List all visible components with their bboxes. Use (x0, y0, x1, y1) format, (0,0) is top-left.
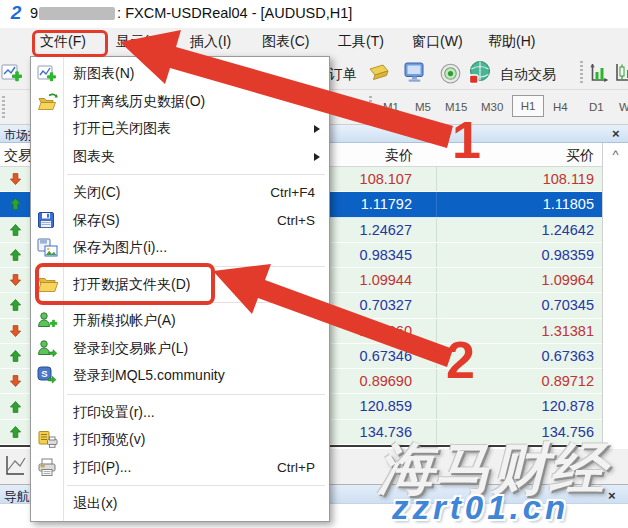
menu-item-shortcut: Ctrl+S (277, 207, 315, 235)
menu-item-label: 关闭(C) (73, 184, 120, 200)
menu-tools[interactable]: 工具(T) (338, 33, 384, 51)
submenu-arrow-icon (314, 125, 320, 133)
menu-insert[interactable]: 插入(I) (190, 33, 231, 51)
menu-item-label: 保存(S) (73, 212, 120, 228)
buy-price: 0.70345 (437, 293, 602, 317)
file-menu-item-login-mql5[interactable]: S登录到MQL5.community (31, 362, 329, 390)
buy-price: 0.98359 (437, 243, 602, 267)
symbols-tab-icon[interactable] (3, 452, 27, 484)
menu-item-shortcut: Ctrl+P (277, 454, 315, 482)
new-chart-icon (37, 64, 61, 84)
trend-up-icon (0, 243, 30, 267)
menu-separator (31, 481, 329, 490)
account-prefix: 9 (30, 5, 38, 21)
file-menu-item-new-chart[interactable]: 新图表(N) (31, 60, 329, 88)
open-offline-icon (37, 92, 61, 112)
annotation-label-1: 1 (452, 114, 481, 166)
menu-item-label: 打印(P)... (73, 459, 131, 475)
trend-down-icon (0, 319, 30, 343)
print-preview-icon (37, 430, 61, 450)
trend-up-icon (0, 344, 30, 368)
annotation-box-open-data-folder (35, 263, 215, 305)
trend-up-icon (0, 420, 30, 444)
note-icon[interactable] (366, 61, 392, 89)
trend-down-icon (0, 167, 30, 191)
file-menu-item-profiles[interactable]: 图表夹 (31, 143, 329, 171)
file-menu-item-login-trade-account[interactable]: 登录到交易账户(L) (31, 335, 329, 363)
mql5-icon: S (37, 366, 61, 386)
menu-separator (31, 170, 329, 179)
file-menu-item-close[interactable]: 关闭(C)Ctrl+F4 (31, 179, 329, 207)
buy-price: 108.119 (437, 167, 602, 191)
toolbar-grip[interactable] (2, 96, 5, 120)
print-icon (37, 458, 61, 478)
trend-down-icon (0, 369, 30, 393)
file-menu-item-print-setup[interactable]: 打印设置(r)... (31, 399, 329, 427)
watermark-url: zzrt01.cn (392, 489, 569, 527)
account-new-icon (37, 311, 61, 331)
toolbar-grip[interactable] (580, 61, 583, 85)
window-title-text: : FXCM-USDReal04 - [AUDUSD,H1] (117, 5, 352, 21)
menu-item-label: 打印设置(r)... (73, 404, 155, 420)
chevron-down-icon[interactable] (344, 104, 354, 110)
annotation-label-2: 2 (446, 334, 475, 386)
file-menu-item-save-as-picture[interactable]: 保存为图片(i)... (31, 234, 329, 262)
menu-charts[interactable]: 图表(C) (262, 33, 309, 51)
file-menu-item-open-closed-chart[interactable]: 打开已关闭图表 (31, 115, 329, 143)
autotrade-button[interactable]: 自动交易 (500, 66, 556, 84)
menu-item-label: 登录到MQL5.community (73, 367, 225, 383)
menu-item-label: 打开已关闭图表 (73, 120, 171, 136)
menu-view[interactable]: 显示(V) (116, 33, 163, 51)
new-order-button[interactable]: 订单 (329, 66, 357, 84)
close-icon[interactable]: × (608, 489, 616, 502)
timeframe-m30[interactable]: M30 (481, 101, 503, 113)
file-menu-item-save[interactable]: 保存(S)Ctrl+S (31, 207, 329, 235)
timeframe-m1[interactable]: M1 (383, 101, 399, 113)
timeframe-h1[interactable]: H1 (512, 95, 544, 117)
menu-item-label: 图表夹 (73, 148, 115, 164)
menu-item-label: 退出(x) (73, 495, 117, 511)
new-chart-toolbar-icon[interactable] (1, 62, 23, 88)
timeframe-w1[interactable]: W1 (619, 101, 628, 113)
file-menu-dropdown: 新图表(N)打开离线历史数据(O)打开已关闭图表图表夹关闭(C)Ctrl+F4保… (30, 56, 330, 522)
menu-item-label: 新图表(N) (73, 65, 134, 81)
file-menu-item-open-demo-account[interactable]: 开新模拟帐户(A) (31, 307, 329, 335)
timeframe-h4[interactable]: H4 (553, 101, 568, 113)
file-menu-item-exit[interactable]: 退出(x) (31, 490, 329, 518)
file-menu-item-print[interactable]: 打印(P)...Ctrl+P (31, 454, 329, 482)
menu-window[interactable]: 窗口(W) (412, 33, 463, 51)
save-picture-icon (37, 238, 61, 258)
menu-item-label: 开新模拟帐户(A) (73, 312, 176, 328)
autotrade-globe-icon[interactable] (466, 59, 494, 91)
candle-chart-icon[interactable] (614, 61, 628, 89)
menu-help[interactable]: 帮助(H) (488, 33, 535, 51)
redaction-box (39, 7, 115, 20)
submenu-arrow-icon (314, 153, 320, 161)
buy-price: 1.11805 (437, 192, 602, 216)
close-icon[interactable]: × (612, 127, 620, 140)
menu-item-label: 打印预览(v) (73, 431, 145, 447)
menu-item-label: 登录到交易账户(L) (73, 340, 188, 356)
toolbar-grip[interactable] (369, 96, 372, 120)
trend-down-icon (0, 268, 30, 292)
buy-price: 1.09964 (437, 268, 602, 292)
bar-chart-icon[interactable] (588, 61, 611, 89)
signal-icon[interactable] (438, 60, 463, 89)
title-bar: 2 9: FXCM-USDReal04 - [AUDUSD,H1] (0, 0, 628, 28)
timeframe-d1[interactable]: D1 (589, 101, 604, 113)
buy-price: 120.878 (437, 394, 602, 418)
trend-up-icon (0, 394, 30, 418)
menu-item-shortcut: Ctrl+F4 (270, 179, 315, 207)
app-logo-icon: 2 (6, 3, 26, 23)
trend-up-icon (0, 293, 30, 317)
file-menu-item-open-offline-history[interactable]: 打开离线历史数据(O) (31, 88, 329, 116)
terminal-icon[interactable] (402, 60, 429, 89)
scroll-up-arrow[interactable]: ^ (602, 143, 628, 447)
buy-price: 1.24642 (437, 218, 602, 242)
trend-up-icon (0, 218, 30, 242)
file-menu-item-print-preview[interactable]: 打印预览(v) (31, 426, 329, 454)
timeframe-m5[interactable]: M5 (415, 101, 431, 113)
svg-text:S: S (41, 368, 47, 379)
save-icon (37, 211, 61, 231)
annotation-box-file-menu (32, 30, 108, 57)
